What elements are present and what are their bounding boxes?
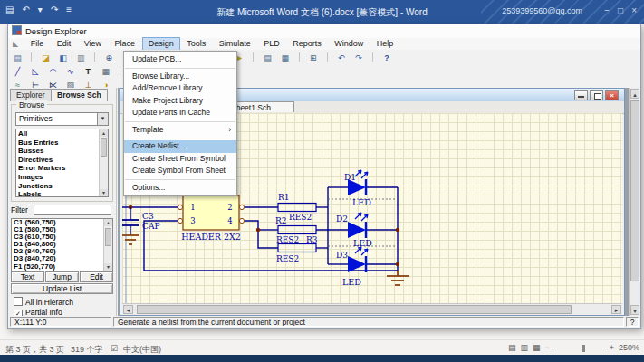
- menu-item-template-label: Template: [132, 125, 164, 134]
- component-d3[interactable]: D3 LED: [336, 247, 368, 287]
- zoom-slider[interactable]: [554, 348, 605, 348]
- tab-explorer[interactable]: Explorer: [10, 89, 52, 101]
- zoom-in-icon[interactable]: +: [610, 343, 614, 352]
- close-icon[interactable]: ×: [631, 5, 637, 15]
- scroll-thumb[interactable]: [101, 138, 107, 157]
- design-menu-popup: Update PCB... Browse Library... Add/Remo…: [123, 51, 237, 196]
- menu-item-options[interactable]: Options...: [124, 182, 236, 195]
- zoom-slider-thumb[interactable]: [582, 345, 585, 352]
- web-layout-icon[interactable]: ▦: [533, 343, 541, 352]
- menu-pld[interactable]: PLD: [258, 38, 285, 50]
- text-button[interactable]: Text: [11, 272, 44, 282]
- d2-ref-label: D2: [336, 214, 348, 224]
- app-title: Design Explorer: [25, 26, 87, 36]
- menu-item-create-symbol-from-sheet[interactable]: Create Symbol From Sheet: [124, 165, 236, 177]
- list-item[interactable]: Directives: [16, 156, 108, 165]
- zoom-out-icon[interactable]: −: [544, 343, 549, 352]
- r2-type-label: RES2: [276, 235, 299, 244]
- list-item[interactable]: Junctions: [16, 182, 108, 191]
- browse-panel: Explorer Browse Sch Browse Primitives ▼ …: [8, 88, 117, 318]
- scroll-left-icon[interactable]: ◂: [123, 305, 133, 314]
- filter-input[interactable]: [34, 205, 111, 215]
- customize-icon[interactable]: ≡: [66, 5, 72, 14]
- chevron-down-icon[interactable]: ▼: [97, 113, 108, 125]
- tab-browse-sch[interactable]: Browse Sch: [51, 89, 108, 101]
- category-select-value: Primitives: [19, 114, 53, 123]
- menu-item-make-project-library[interactable]: Make Project Library: [124, 95, 236, 108]
- vertical-scrollbar[interactable]: ▴ ▾: [629, 88, 640, 316]
- svg-text:4: 4: [227, 216, 232, 225]
- doc-restore-button[interactable]: [590, 90, 603, 100]
- c3-ref-label: C3: [142, 212, 154, 221]
- save-icon[interactable]: ▤: [5, 5, 14, 14]
- scroll-down-icon[interactable]: ▾: [104, 263, 112, 271]
- component-list: C1 (560,750) C1 (580,750) C3 (610,750) D…: [11, 218, 113, 272]
- list-item[interactable]: Busses: [16, 147, 108, 156]
- scroll-thumb[interactable]: [137, 305, 572, 314]
- proofing-icon[interactable]: ☑: [111, 344, 118, 353]
- menu-item-template[interactable]: Template ›: [124, 124, 236, 137]
- list-item[interactable]: Error Markers: [16, 164, 108, 173]
- component-c3[interactable]: C3 CAP: [122, 207, 159, 244]
- quick-access-toolbar: ▤ ↶ ▾ ↷ ≡: [5, 5, 72, 14]
- redo-icon[interactable]: ↷: [51, 5, 58, 14]
- scroll-down-icon[interactable]: ▾: [630, 305, 639, 315]
- list-item[interactable]: Images: [16, 173, 108, 182]
- menu-item-browse-library[interactable]: Browse Library...: [124, 71, 236, 83]
- doc-minimize-button[interactable]: [574, 90, 588, 100]
- menu-view[interactable]: View: [79, 38, 107, 50]
- d1-type-label: LED: [352, 197, 371, 207]
- zoom-level[interactable]: 250%: [619, 343, 639, 352]
- scroll-up-icon[interactable]: ▴: [104, 219, 112, 226]
- horizontal-scrollbar[interactable]: ◂ ▸: [122, 303, 622, 315]
- list-item[interactable]: All: [16, 129, 108, 138]
- menu-separator: [125, 68, 235, 69]
- list-item[interactable]: Labels: [16, 190, 108, 197]
- ground-symbol[interactable]: [387, 271, 409, 285]
- scroll-down-icon[interactable]: ▾: [100, 189, 108, 196]
- toolbar-separator: [253, 52, 254, 62]
- system-menu-icon[interactable]: ◣: [8, 38, 23, 50]
- app-statusbar: X:111 Y:0 Generate a netlist from the cu…: [8, 316, 640, 328]
- doc-close-button[interactable]: ×: [605, 90, 619, 100]
- menu-item-create-netlist[interactable]: Create Netlist...: [124, 140, 236, 153]
- main-toolbar-right: ► ▤ ▦ ⊞ ↶ ↷ ?: [233, 50, 394, 64]
- component-d1[interactable]: D1 LED: [344, 170, 371, 207]
- menu-tools[interactable]: Tools: [181, 38, 211, 50]
- svg-text:2: 2: [227, 203, 232, 212]
- update-list-button[interactable]: Update List: [11, 283, 113, 294]
- scroll-thumb[interactable]: [105, 228, 111, 246]
- app-logo-icon: [12, 25, 22, 35]
- jump-button[interactable]: Jump: [45, 272, 79, 282]
- undo-icon[interactable]: ↶: [22, 5, 29, 14]
- scroll-right-icon[interactable]: ▸: [611, 305, 621, 314]
- all-in-hierarchy-row: All in Hierarch: [14, 297, 73, 306]
- minimize-icon[interactable]: −: [604, 5, 610, 15]
- account-name[interactable]: 2539399560@qq.com: [502, 6, 582, 15]
- read-mode-icon[interactable]: ▤: [508, 343, 516, 352]
- category-select[interactable]: Primitives ▼: [15, 112, 109, 126]
- word-window-title: 新建 Microsoft Word 文档 (6).docx [兼容模式] - W…: [216, 6, 427, 19]
- menu-item-update-parts-in-cache[interactable]: Update Parts In Cache: [124, 107, 236, 119]
- list-item[interactable]: F1 (520,770): [12, 263, 112, 271]
- menu-item-create-sheet-from-symbol[interactable]: Create Sheet From Symbol: [124, 153, 236, 166]
- scroll-up-icon[interactable]: ▴: [100, 129, 108, 137]
- submenu-arrow-icon: ›: [228, 124, 231, 137]
- restore-icon[interactable]: □: [618, 5, 623, 15]
- list-item[interactable]: Bus Entries: [16, 138, 108, 148]
- d1-ref-label: D1: [344, 173, 356, 182]
- scrollbar[interactable]: ▴ ▾: [103, 219, 112, 271]
- app-titlebar: Design Explorer: [8, 24, 640, 39]
- all-in-hierarchy-checkbox[interactable]: [14, 297, 23, 306]
- scrollbar[interactable]: ▴ ▾: [99, 129, 108, 196]
- edit-button[interactable]: Edit: [80, 272, 113, 282]
- print-layout-icon[interactable]: ▥: [520, 343, 528, 352]
- undo-menu-icon[interactable]: ▾: [38, 5, 43, 14]
- scroll-up-icon[interactable]: ▴: [630, 89, 639, 99]
- menu-item-update-pcb[interactable]: Update PCB...: [124, 53, 236, 66]
- ground-symbol: [122, 235, 139, 244]
- status-help-button[interactable]: ?: [626, 317, 639, 327]
- menu-item-add-remove-library[interactable]: Add/Remove Library...: [124, 82, 236, 95]
- scroll-thumb[interactable]: [630, 100, 639, 281]
- filter-label: Filter: [11, 205, 34, 215]
